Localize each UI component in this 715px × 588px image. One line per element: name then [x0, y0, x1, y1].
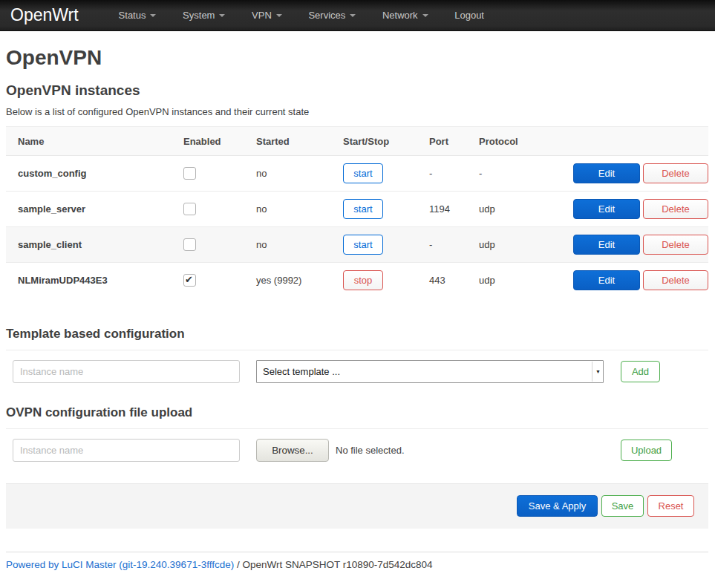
luci-link[interactable]: Powered by LuCI Master (git-19.240.39671…	[6, 559, 234, 570]
delete-button[interactable]: Delete	[643, 163, 708, 183]
port-value: 443	[417, 263, 467, 298]
nav-item-logout[interactable]: Logout	[443, 0, 496, 31]
enabled-checkbox[interactable]	[183, 167, 196, 180]
delete-button[interactable]: Delete	[643, 270, 708, 290]
instance-row: sample_server no start 1194 udp EditDele…	[6, 192, 708, 227]
col-header-started: Started	[244, 127, 331, 156]
action-bar: Save & Apply Save Reset	[6, 483, 708, 529]
template-instance-name-input[interactable]	[13, 360, 240, 383]
chevron-down-icon	[276, 14, 282, 17]
col-header-actions	[553, 127, 708, 156]
version-text: / OpenWrt SNAPSHOT r10890-7d542dc804	[234, 559, 432, 570]
page-footer: Powered by LuCI Master (git-19.240.39671…	[6, 552, 708, 570]
instance-row: custom_config no start - - EditDelete	[6, 156, 708, 192]
port-value: 1194	[417, 192, 467, 227]
delete-button[interactable]: Delete	[643, 199, 708, 219]
chevron-down-icon	[150, 14, 156, 17]
nav-item-system[interactable]: System	[171, 0, 237, 31]
instance-name: sample_server	[6, 192, 172, 227]
add-button[interactable]: Add	[621, 361, 660, 382]
edit-button[interactable]: Edit	[573, 235, 640, 255]
col-header-port: Port	[417, 127, 467, 156]
no-file-text: No file selected.	[336, 445, 405, 456]
instances-tbody: custom_config no start - - EditDelete sa…	[6, 156, 708, 298]
start-stop-button[interactable]: stop	[343, 270, 383, 290]
delete-button[interactable]: Delete	[643, 235, 708, 255]
edit-button[interactable]: Edit	[573, 199, 640, 219]
instance-name: sample_client	[6, 227, 172, 263]
chevron-down-icon	[219, 14, 225, 17]
instance-name: NLMiramUDP443E3	[6, 263, 172, 298]
instances-description: Below is a list of configured OpenVPN in…	[6, 106, 708, 117]
nav-item-vpn[interactable]: VPN	[240, 0, 294, 31]
col-header-protocol: Protocol	[467, 127, 553, 156]
col-header-start-stop: Start/Stop	[331, 127, 417, 156]
main-menu: Status System VPN Services Network Logou…	[107, 0, 496, 31]
instances-table: NameEnabledStartedStart/StopPortProtocol…	[6, 126, 708, 298]
started-status: no	[244, 156, 331, 192]
enabled-checkbox[interactable]	[183, 203, 196, 215]
save-apply-button[interactable]: Save & Apply	[517, 495, 598, 517]
template-select[interactable]: Select template ...	[256, 360, 604, 383]
col-header-enabled: Enabled	[172, 127, 244, 156]
start-stop-button[interactable]: start	[343, 199, 383, 219]
nav-item-status[interactable]: Status	[107, 0, 169, 31]
started-status: no	[244, 192, 331, 227]
start-stop-button[interactable]: start	[343, 235, 383, 255]
instance-name: custom_config	[6, 156, 172, 192]
port-value: -	[417, 156, 467, 192]
main-content: OpenVPN OpenVPN instances Below is a lis…	[0, 31, 715, 570]
browse-button[interactable]: Browse...	[256, 439, 329, 462]
started-status: no	[244, 227, 331, 263]
protocol-value: udp	[467, 192, 553, 227]
upload-heading: OVPN configuration file upload	[6, 405, 708, 420]
brand-logo[interactable]: OpenWrt	[10, 5, 79, 25]
enabled-checkbox[interactable]	[183, 238, 196, 251]
template-select-wrap: Select template ... ▼	[256, 360, 604, 383]
save-button[interactable]: Save	[601, 495, 644, 517]
enabled-checkbox[interactable]	[183, 274, 196, 287]
protocol-value: -	[467, 156, 553, 192]
protocol-value: udp	[467, 227, 553, 263]
nav-item-services[interactable]: Services	[296, 0, 368, 31]
page-title: OpenVPN	[6, 46, 708, 70]
chevron-down-icon	[422, 14, 428, 17]
instance-row: NLMiramUDP443E3 yes (9992) stop 443 udp …	[6, 263, 708, 298]
chevron-down-icon	[350, 14, 356, 17]
template-section: Select template ... ▼ Add	[6, 350, 708, 383]
instance-row: sample_client no start - udp EditDelete	[6, 227, 708, 263]
template-heading: Template based configuration	[6, 327, 708, 342]
start-stop-button[interactable]: start	[343, 163, 383, 183]
nav-item-network[interactable]: Network	[370, 0, 440, 31]
upload-section: Browse... No file selected. Upload	[6, 428, 708, 462]
top-navbar: OpenWrt Status System VPN Services Netwo…	[0, 0, 715, 31]
edit-button[interactable]: Edit	[573, 270, 640, 290]
instances-heading: OpenVPN instances	[6, 82, 708, 99]
upload-button[interactable]: Upload	[621, 440, 672, 461]
upload-instance-name-input[interactable]	[13, 439, 240, 462]
table-header-row: NameEnabledStartedStart/StopPortProtocol	[6, 127, 708, 156]
reset-button[interactable]: Reset	[647, 495, 694, 517]
col-header-name: Name	[6, 127, 172, 156]
protocol-value: udp	[467, 263, 553, 298]
port-value: -	[417, 227, 467, 263]
started-status: yes (9992)	[244, 263, 331, 298]
edit-button[interactable]: Edit	[573, 163, 640, 183]
